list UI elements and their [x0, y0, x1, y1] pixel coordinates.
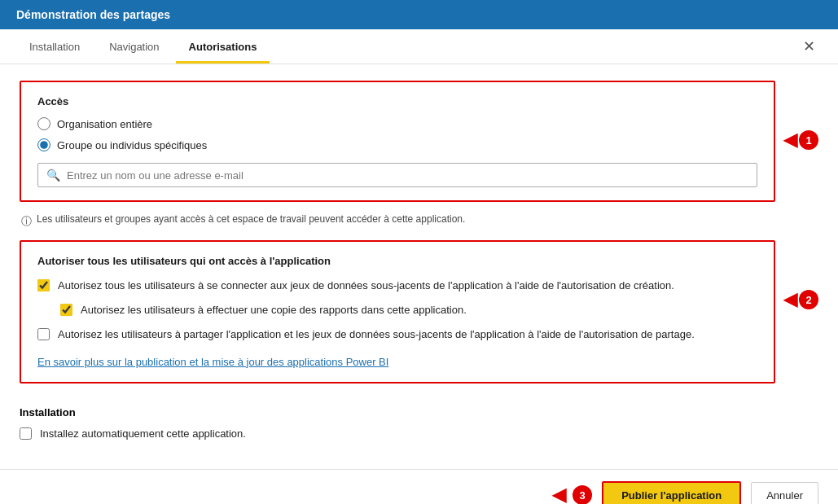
authorize-section: Autoriser tous les utilisateurs qui ont …	[20, 240, 775, 383]
radio-org-entiere[interactable]: Organisation entière	[37, 117, 757, 130]
search-box: 🔍	[37, 163, 757, 187]
acces-radio-group: Organisation entière Groupe ou individus…	[37, 117, 757, 151]
radio-org-entiere-label: Organisation entière	[57, 118, 152, 130]
install-title: Installation	[20, 406, 818, 419]
tab-installation[interactable]: Installation	[16, 29, 93, 64]
close-button[interactable]: ✕	[796, 33, 822, 60]
dialog-body: Accès Organisation entière Groupe ou ind…	[0, 64, 838, 469]
checkbox-2-label: Autorisez les utilisateurs à effectuer u…	[81, 303, 467, 318]
search-icon: 🔍	[46, 169, 60, 182]
acces-title: Accès	[37, 95, 757, 107]
badge-2: 2	[799, 290, 818, 309]
search-input[interactable]	[67, 169, 748, 182]
checkbox-item-3[interactable]: Autorisez les utilisateurs à partager l'…	[37, 327, 757, 342]
tabs-bar: Installation Navigation Autorisations ✕	[0, 29, 838, 64]
radio-groupe-individus-label: Groupe ou individus spécifiques	[57, 139, 207, 151]
authorize-title: Autoriser tous les utilisateurs qui ont …	[37, 255, 757, 267]
dialog-container: Démonstration des partages Installation …	[0, 0, 838, 504]
badge-1: 1	[799, 130, 818, 150]
auto-install-label: Installez automatiquement cette applicat…	[40, 427, 246, 441]
info-row: ⓘ Les utilisateurs et groupes ayant accè…	[20, 213, 818, 229]
install-section: Installation Installez automatiquement c…	[20, 406, 818, 441]
checkbox-item-1[interactable]: Autorisez tous les utilisateurs à se con…	[37, 278, 757, 293]
dialog-title: Démonstration des partages	[16, 8, 170, 21]
checkbox-1-label: Autorisez tous les utilisateurs à se con…	[58, 278, 674, 293]
checkbox-2-input[interactable]	[60, 304, 72, 316]
badge-3: 3	[573, 485, 592, 504]
radio-groupe-individus-input[interactable]	[37, 138, 50, 151]
tab-autorisations[interactable]: Autorisations	[176, 29, 270, 64]
radio-org-entiere-input[interactable]	[37, 117, 50, 130]
auto-install-input[interactable]	[20, 427, 32, 440]
cancel-button[interactable]: Annuler	[751, 482, 818, 504]
acces-section: Accès Organisation entière Groupe ou ind…	[20, 81, 775, 202]
info-text: Les utilisateurs et groupes ayant accès …	[37, 213, 465, 225]
tab-navigation[interactable]: Navigation	[96, 29, 172, 64]
checkbox-3-input[interactable]	[37, 328, 50, 340]
publish-button[interactable]: Publier l'application	[602, 481, 741, 504]
auto-install-checkbox[interactable]: Installez automatiquement cette applicat…	[20, 427, 818, 441]
dialog-footer: ◀ 3 Publier l'application Annuler	[0, 469, 838, 504]
dialog-header: Démonstration des partages	[0, 0, 838, 29]
checkbox-item-2[interactable]: Autorisez les utilisateurs à effectuer u…	[60, 303, 757, 318]
checkbox-3-label: Autorisez les utilisateurs à partager l'…	[58, 327, 695, 342]
checkbox-1-input[interactable]	[37, 279, 50, 291]
info-icon: ⓘ	[21, 214, 32, 229]
learn-more-link[interactable]: En savoir plus sur la publication et la …	[37, 356, 388, 368]
radio-groupe-individus[interactable]: Groupe ou individus spécifiques	[37, 138, 757, 151]
